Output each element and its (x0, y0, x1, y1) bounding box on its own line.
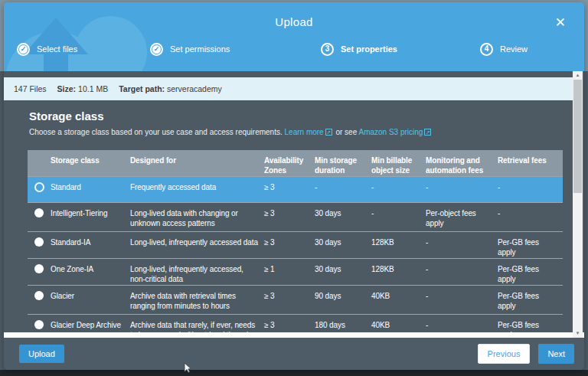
cell-designed-for: Archive data with retrieval times rangin… (130, 286, 264, 314)
cell-designed-for: Long-lived, infrequently accessed, non-c… (130, 259, 264, 285)
radio-column-header (28, 150, 51, 176)
scroll-down-icon[interactable]: ▼ (573, 329, 583, 338)
storage-class-radio[interactable] (34, 237, 44, 247)
table-row-one-zone-ia[interactable]: One Zone-IA Long-lived, infrequently acc… (28, 258, 563, 285)
step-label: Set properties (341, 44, 397, 54)
storage-class-radio[interactable] (34, 291, 44, 300)
cell-retrieval: Per-GB fees apply (498, 232, 563, 258)
check-icon: ✓ (19, 45, 28, 54)
cell-duration: 90 days (315, 286, 371, 314)
cell-az: ≥ 3 (264, 315, 315, 332)
col-min-billable-object-size: Min billable object size (371, 150, 426, 176)
col-availability-zones: Availability Zones (264, 150, 315, 176)
step-label: Set permissions (170, 44, 230, 54)
cell-designed-for: Frequently accessed data (130, 177, 264, 202)
cell-size: 40KB (371, 315, 426, 332)
learn-more-link[interactable]: Learn more (285, 128, 324, 136)
upload-summary-bar: 147 Files Size: 10.1 MB Target path: ser… (4, 77, 573, 100)
cell-monitoring: - (426, 286, 498, 314)
cell-retrieval: Per-GB fees apply (498, 315, 563, 332)
cell-size: - (371, 177, 426, 202)
cell-duration: 30 days (315, 259, 371, 285)
table-row-standard[interactable]: Standard Frequently accessed data ≥ 3 - … (28, 176, 563, 202)
cell-az: ≥ 1 (264, 259, 315, 285)
cell-duration: 30 days (315, 232, 371, 258)
storage-class-radio[interactable] (34, 264, 44, 273)
dialog-content: 147 Files Size: 10.1 MB Target path: ser… (4, 71, 584, 338)
dialog-title: Upload (4, 15, 584, 28)
step-label: Select files (37, 44, 77, 54)
cell-designed-for: Long-lived, infrequently accessed data (130, 232, 264, 258)
cell-monitoring: - (426, 259, 498, 285)
cell-name: Intelligent-Tiering (51, 203, 130, 231)
table-row-intelligent-tiering[interactable]: Intelligent-Tiering Long-lived data with… (28, 202, 563, 231)
cell-retrieval: - (498, 203, 563, 231)
col-monitoring-fees: Monitoring and automation fees (426, 150, 498, 176)
dialog-footer: Upload Previous Next (4, 338, 584, 370)
step-number-icon: 4 (480, 43, 493, 56)
cell-size: 128KB (371, 232, 426, 258)
step-set-permissions[interactable]: ✓ Set permissions (150, 41, 230, 57)
storage-class-radio[interactable] (34, 208, 44, 217)
cell-name: Glacier Deep Archive (51, 315, 130, 332)
storage-class-heading: Storage class (29, 110, 104, 123)
cell-name: One Zone-IA (51, 259, 130, 285)
cell-monitoring: - (426, 315, 498, 332)
upload-button[interactable]: Upload (19, 345, 64, 363)
cell-duration: - (315, 177, 371, 202)
total-size: Size: 10.1 MB (57, 84, 109, 93)
external-link-icon: ↗ (325, 129, 332, 136)
cell-size: - (371, 203, 426, 231)
storage-class-radio[interactable] (34, 320, 44, 329)
file-count: 147 Files (14, 84, 47, 93)
cell-az: ≥ 3 (264, 286, 315, 314)
cell-az: ≥ 3 (264, 177, 315, 202)
dialog-header: Upload ✕ ✓ Select files ✓ Set permission… (4, 2, 584, 71)
storage-class-radio[interactable] (34, 182, 44, 192)
table-header-row: Storage class Designed for Availability … (28, 150, 563, 176)
s3-pricing-link[interactable]: Amazon S3 pricing (358, 128, 423, 136)
col-storage-class: Storage class (51, 150, 130, 176)
step-set-properties[interactable]: 3 Set properties (321, 41, 397, 57)
col-designed-for: Designed for (130, 150, 264, 176)
col-retrieval-fees: Retrieval fees (498, 150, 563, 176)
next-button[interactable]: Next (538, 344, 574, 364)
cell-name: Standard-IA (51, 232, 130, 258)
cell-monitoring: - (426, 177, 498, 202)
table-row-glacier-deep-archive[interactable]: Glacier Deep Archive Archive data that r… (28, 314, 563, 332)
upload-dialog: Upload ✕ ✓ Select files ✓ Set permission… (4, 2, 584, 370)
cell-retrieval: Per-GB fees apply (498, 259, 563, 285)
table-row-glacier[interactable]: Glacier Archive data with retrieval time… (28, 285, 563, 314)
cell-retrieval: Per-GB fees apply (498, 286, 563, 314)
scroll-up-icon[interactable]: ▲ (573, 71, 583, 80)
external-link-icon: ↗ (424, 129, 431, 136)
content-bottom-strip (4, 332, 584, 338)
cell-monitoring: Per-object fees apply (426, 203, 498, 231)
cell-name: Glacier (51, 286, 130, 314)
cell-az: ≥ 3 (264, 203, 315, 231)
cell-name: Standard (51, 177, 130, 202)
cell-size: 128KB (371, 259, 426, 285)
step-label: Review (500, 44, 528, 54)
cell-duration: 30 days (315, 203, 371, 231)
step-number-icon: 3 (321, 43, 334, 56)
storage-class-table: Storage class Designed for Availability … (28, 150, 563, 332)
cell-monitoring: - (426, 232, 498, 258)
table-row-standard-ia[interactable]: Standard-IA Long-lived, infrequently acc… (28, 231, 563, 258)
close-icon[interactable]: ✕ (555, 16, 566, 29)
cell-designed-for: Archive data that rarely, if ever, needs… (130, 315, 264, 332)
cell-retrieval: - (498, 177, 563, 202)
cell-duration: 180 days (315, 315, 371, 332)
step-select-files[interactable]: ✓ Select files (17, 41, 77, 57)
cell-az: ≥ 3 (264, 232, 315, 258)
col-min-storage-duration: Min storage duration (315, 150, 371, 176)
target-path: Target path: serveracademy (119, 84, 222, 93)
step-complete-icon: ✓ (17, 43, 30, 56)
scrollbar[interactable]: ▲ ▼ (573, 71, 583, 338)
previous-button[interactable]: Previous (478, 344, 531, 364)
step-review[interactable]: 4 Review (480, 41, 528, 57)
scrollbar-thumb[interactable] (573, 80, 582, 193)
cell-size: 40KB (371, 286, 426, 314)
check-icon: ✓ (152, 45, 161, 54)
mouse-cursor (184, 362, 192, 374)
